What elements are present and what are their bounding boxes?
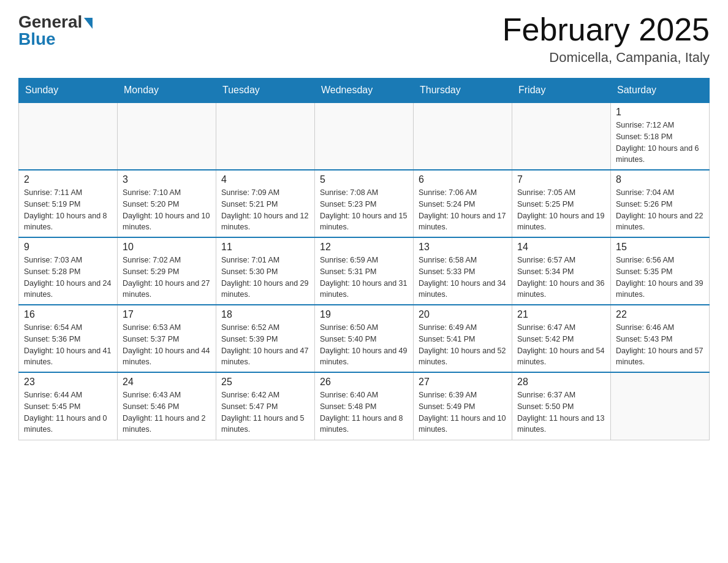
title-area: February 2025 Domicella, Campania, Italy: [502, 12, 710, 66]
day-info: Sunrise: 6:44 AMSunset: 5:45 PMDaylight:…: [24, 389, 112, 435]
calendar-cell: 13Sunrise: 6:58 AMSunset: 5:33 PMDayligh…: [414, 237, 512, 305]
day-number: 7: [517, 174, 605, 185]
weekday-header-tuesday: Tuesday: [216, 79, 315, 103]
day-info: Sunrise: 7:09 AMSunset: 5:21 PMDaylight:…: [221, 187, 309, 233]
calendar-week-row-3: 9Sunrise: 7:03 AMSunset: 5:28 PMDaylight…: [19, 237, 710, 305]
day-number: 21: [517, 309, 605, 320]
calendar-week-row-5: 23Sunrise: 6:44 AMSunset: 5:45 PMDayligh…: [19, 372, 710, 440]
weekday-header-row: SundayMondayTuesdayWednesdayThursdayFrid…: [19, 79, 710, 103]
calendar-cell: 19Sunrise: 6:50 AMSunset: 5:40 PMDayligh…: [315, 305, 414, 372]
calendar-cell: 26Sunrise: 6:40 AMSunset: 5:48 PMDayligh…: [315, 372, 414, 440]
day-number: 28: [517, 377, 605, 388]
weekday-header-monday: Monday: [118, 79, 216, 103]
day-info: Sunrise: 6:56 AMSunset: 5:35 PMDaylight:…: [616, 255, 704, 301]
day-info: Sunrise: 7:04 AMSunset: 5:26 PMDaylight:…: [616, 187, 704, 233]
day-number: 2: [24, 174, 112, 185]
day-number: 14: [517, 242, 605, 253]
day-number: 18: [221, 309, 309, 320]
calendar-cell: [414, 102, 512, 170]
day-info: Sunrise: 7:10 AMSunset: 5:20 PMDaylight:…: [123, 187, 211, 233]
calendar-week-row-1: 1Sunrise: 7:12 AMSunset: 5:18 PMDaylight…: [19, 102, 710, 170]
day-number: 4: [221, 174, 309, 185]
calendar-cell: 14Sunrise: 6:57 AMSunset: 5:34 PMDayligh…: [512, 237, 611, 305]
calendar-cell: [512, 102, 611, 170]
month-title: February 2025: [502, 12, 710, 47]
day-number: 8: [616, 174, 704, 185]
page-header: General Blue February 2025 Domicella, Ca…: [18, 12, 710, 66]
calendar-cell: 17Sunrise: 6:53 AMSunset: 5:37 PMDayligh…: [118, 305, 216, 372]
day-info: Sunrise: 6:37 AMSunset: 5:50 PMDaylight:…: [517, 389, 605, 435]
calendar-cell: 8Sunrise: 7:04 AMSunset: 5:26 PMDaylight…: [611, 170, 710, 237]
calendar-cell: 12Sunrise: 6:59 AMSunset: 5:31 PMDayligh…: [315, 237, 414, 305]
calendar-cell: 18Sunrise: 6:52 AMSunset: 5:39 PMDayligh…: [216, 305, 315, 372]
day-info: Sunrise: 7:11 AMSunset: 5:19 PMDaylight:…: [24, 187, 112, 233]
day-number: 9: [24, 242, 112, 253]
calendar-cell: 2Sunrise: 7:11 AMSunset: 5:19 PMDaylight…: [19, 170, 118, 237]
day-info: Sunrise: 7:06 AMSunset: 5:24 PMDaylight:…: [419, 187, 507, 233]
day-number: 27: [419, 377, 507, 388]
calendar-cell: [216, 102, 315, 170]
weekday-header-thursday: Thursday: [414, 79, 512, 103]
weekday-header-sunday: Sunday: [19, 79, 118, 103]
calendar-table: SundayMondayTuesdayWednesdayThursdayFrid…: [18, 78, 710, 440]
calendar-cell: 20Sunrise: 6:49 AMSunset: 5:41 PMDayligh…: [414, 305, 512, 372]
day-number: 20: [419, 309, 507, 320]
weekday-header-saturday: Saturday: [611, 79, 710, 103]
day-info: Sunrise: 6:40 AMSunset: 5:48 PMDaylight:…: [320, 389, 408, 435]
day-info: Sunrise: 6:46 AMSunset: 5:43 PMDaylight:…: [616, 322, 704, 368]
day-info: Sunrise: 6:58 AMSunset: 5:33 PMDaylight:…: [419, 255, 507, 301]
day-info: Sunrise: 6:53 AMSunset: 5:37 PMDaylight:…: [123, 322, 211, 368]
day-info: Sunrise: 7:01 AMSunset: 5:30 PMDaylight:…: [221, 255, 309, 301]
calendar-cell: 25Sunrise: 6:42 AMSunset: 5:47 PMDayligh…: [216, 372, 315, 440]
day-number: 11: [221, 242, 309, 253]
calendar-cell: 5Sunrise: 7:08 AMSunset: 5:23 PMDaylight…: [315, 170, 414, 237]
calendar-cell: [118, 102, 216, 170]
calendar-cell: 22Sunrise: 6:46 AMSunset: 5:43 PMDayligh…: [611, 305, 710, 372]
day-info: Sunrise: 6:52 AMSunset: 5:39 PMDaylight:…: [221, 322, 309, 368]
day-info: Sunrise: 6:43 AMSunset: 5:46 PMDaylight:…: [123, 389, 211, 435]
day-info: Sunrise: 6:39 AMSunset: 5:49 PMDaylight:…: [419, 389, 507, 435]
calendar-cell: 21Sunrise: 6:47 AMSunset: 5:42 PMDayligh…: [512, 305, 611, 372]
calendar-cell: 16Sunrise: 6:54 AMSunset: 5:36 PMDayligh…: [19, 305, 118, 372]
day-number: 25: [221, 377, 309, 388]
calendar-cell: [19, 102, 118, 170]
day-number: 13: [419, 242, 507, 253]
day-info: Sunrise: 7:08 AMSunset: 5:23 PMDaylight:…: [320, 187, 408, 233]
day-number: 1: [616, 107, 704, 118]
day-number: 6: [419, 174, 507, 185]
calendar-cell: 11Sunrise: 7:01 AMSunset: 5:30 PMDayligh…: [216, 237, 315, 305]
day-info: Sunrise: 7:02 AMSunset: 5:29 PMDaylight:…: [123, 255, 211, 301]
day-info: Sunrise: 6:59 AMSunset: 5:31 PMDaylight:…: [320, 255, 408, 301]
day-number: 15: [616, 242, 704, 253]
day-number: 24: [123, 377, 211, 388]
day-info: Sunrise: 6:42 AMSunset: 5:47 PMDaylight:…: [221, 389, 309, 435]
calendar-cell: 24Sunrise: 6:43 AMSunset: 5:46 PMDayligh…: [118, 372, 216, 440]
calendar-cell: 1Sunrise: 7:12 AMSunset: 5:18 PMDaylight…: [611, 102, 710, 170]
day-number: 23: [24, 377, 112, 388]
day-number: 10: [123, 242, 211, 253]
day-number: 5: [320, 174, 408, 185]
day-info: Sunrise: 6:50 AMSunset: 5:40 PMDaylight:…: [320, 322, 408, 368]
calendar-cell: 10Sunrise: 7:02 AMSunset: 5:29 PMDayligh…: [118, 237, 216, 305]
day-number: 26: [320, 377, 408, 388]
day-number: 17: [123, 309, 211, 320]
day-number: 16: [24, 309, 112, 320]
calendar-cell: 23Sunrise: 6:44 AMSunset: 5:45 PMDayligh…: [19, 372, 118, 440]
calendar-cell: [315, 102, 414, 170]
logo-blue-text: Blue: [18, 29, 56, 49]
day-number: 3: [123, 174, 211, 185]
day-info: Sunrise: 7:03 AMSunset: 5:28 PMDaylight:…: [24, 255, 112, 301]
calendar-cell: 6Sunrise: 7:06 AMSunset: 5:24 PMDaylight…: [414, 170, 512, 237]
calendar-week-row-2: 2Sunrise: 7:11 AMSunset: 5:19 PMDaylight…: [19, 170, 710, 237]
calendar-cell: 3Sunrise: 7:10 AMSunset: 5:20 PMDaylight…: [118, 170, 216, 237]
calendar-cell: [611, 372, 710, 440]
calendar-cell: 28Sunrise: 6:37 AMSunset: 5:50 PMDayligh…: [512, 372, 611, 440]
day-info: Sunrise: 6:54 AMSunset: 5:36 PMDaylight:…: [24, 322, 112, 368]
day-number: 19: [320, 309, 408, 320]
calendar-week-row-4: 16Sunrise: 6:54 AMSunset: 5:36 PMDayligh…: [19, 305, 710, 372]
calendar-cell: 15Sunrise: 6:56 AMSunset: 5:35 PMDayligh…: [611, 237, 710, 305]
calendar-cell: 27Sunrise: 6:39 AMSunset: 5:49 PMDayligh…: [414, 372, 512, 440]
day-info: Sunrise: 7:05 AMSunset: 5:25 PMDaylight:…: [517, 187, 605, 233]
day-info: Sunrise: 6:57 AMSunset: 5:34 PMDaylight:…: [517, 255, 605, 301]
weekday-header-friday: Friday: [512, 79, 611, 103]
